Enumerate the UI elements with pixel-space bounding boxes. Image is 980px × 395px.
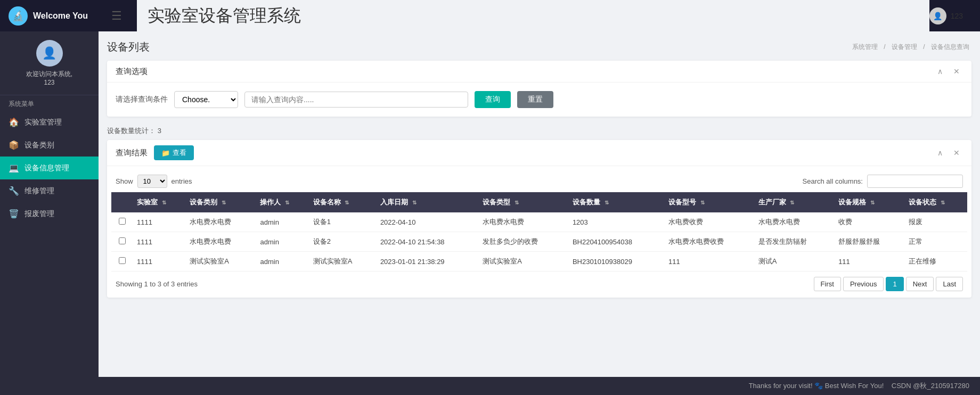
query-button[interactable]: 查询	[475, 91, 511, 108]
search-all-input[interactable]	[867, 175, 963, 188]
results-header-left: 查询结果 📁 查看	[116, 145, 194, 160]
col-checkbox	[111, 192, 133, 212]
results-card-title: 查询结果	[116, 148, 148, 158]
sidebar-item-lab-mgmt[interactable]: 🏠 实验室管理	[0, 111, 99, 134]
wrench-icon: 🔧	[9, 186, 19, 196]
sidebar-menu-label: 系统菜单	[0, 95, 99, 111]
row-manufacturer: 是否发生防辐射	[754, 232, 834, 252]
row-operator: admin	[256, 212, 308, 232]
row-manufacturer: 测试A	[754, 252, 834, 271]
row-category: 水电费水电费	[185, 212, 256, 232]
row-type: 测试实验室A	[478, 252, 568, 271]
table-header-row: 实验室 ⇅ 设备类别 ⇅ 操作人 ⇅ 设备名称 ⇅ 入库日期 ⇅ 设备类型 ⇅ …	[111, 192, 967, 212]
sidebar-item-maintenance[interactable]: 🔧 维修管理	[0, 179, 99, 202]
footer-text: Thanks for your visit! 🐾 Best Wish For Y…	[749, 382, 884, 390]
results-card-body: Show 10 25 50 100 entries Search all col…	[107, 166, 971, 298]
footer-credit: CSDN @秋_2105917280	[892, 382, 969, 390]
col-name[interactable]: 设备名称 ⇅	[309, 192, 376, 212]
breadcrumb: 系统管理 / 设备管理 / 设备信息查询	[850, 43, 971, 52]
row-type: 水电费水电费	[478, 212, 568, 232]
results-card-collapse-btn[interactable]: ∧	[934, 147, 946, 158]
row-name: 设备2	[309, 232, 376, 252]
results-card-close-btn[interactable]: ✕	[950, 147, 963, 158]
col-status[interactable]: 设备状态 ⇅	[904, 192, 967, 212]
last-button[interactable]: Last	[936, 277, 963, 291]
row-date: 2022-04-10 21:54:38	[376, 232, 478, 252]
row-checkbox[interactable]	[111, 232, 133, 252]
row-date: 2023-01-01 21:38:29	[376, 252, 478, 271]
data-table: 实验室 ⇅ 设备类别 ⇅ 操作人 ⇅ 设备名称 ⇅ 入库日期 ⇅ 设备类型 ⇅ …	[111, 192, 967, 271]
col-date[interactable]: 入库日期 ⇅	[376, 192, 478, 212]
first-button[interactable]: First	[814, 277, 841, 291]
previous-button[interactable]: Previous	[843, 277, 884, 291]
trash-icon: 🗑️	[9, 209, 19, 219]
row-name: 设备1	[309, 212, 376, 232]
query-form: 请选择查询条件 Choose. 实验室 设备类别 操作人 设备名称 设备类型 查…	[116, 91, 963, 108]
sidebar-item-device-info[interactable]: 💻 设备信息管理	[0, 157, 99, 179]
row-model: 水电费水电费收费	[664, 232, 754, 252]
query-condition-select[interactable]: Choose. 实验室 设备类别 操作人 设备名称 设备类型	[174, 91, 238, 108]
col-manufacturer[interactable]: 生产厂家 ⇅	[754, 192, 834, 212]
entries-select[interactable]: 10 25 50 100	[137, 175, 167, 188]
row-status: 正在维修	[904, 252, 967, 271]
row-model: 水电费收费	[664, 212, 754, 232]
col-count[interactable]: 设备数量 ⇅	[568, 192, 664, 212]
row-checkbox[interactable]	[111, 212, 133, 232]
row-category: 水电费水电费	[185, 232, 256, 252]
page-title: 设备列表	[107, 40, 150, 54]
col-spec[interactable]: 设备规格 ⇅	[834, 192, 904, 212]
pagination-info: Showing 1 to 3 of 3 entries	[116, 280, 198, 288]
sidebar-item-label-info: 设备信息管理	[24, 163, 69, 173]
row-spec: 收费	[834, 212, 904, 232]
sidebar-user-greeting: 欢迎访问本系统, 123	[26, 70, 72, 86]
page-header: 设备列表 系统管理 / 设备管理 / 设备信息查询	[107, 40, 971, 54]
row-checkbox[interactable]	[111, 252, 133, 271]
show-label: Show	[116, 177, 133, 185]
page-1-button[interactable]: 1	[886, 277, 903, 291]
laptop-icon: 💻	[9, 163, 19, 173]
row-type: 发肚多负少的收费	[478, 232, 568, 252]
main-layout: 👤 欢迎访问本系统, 123 系统菜单 🏠 实验室管理 📦 设备类别 💻 设备信…	[0, 31, 980, 377]
col-operator[interactable]: 操作人 ⇅	[256, 192, 308, 212]
col-lab[interactable]: 实验室 ⇅	[133, 192, 185, 212]
row-category: 测试实验室A	[185, 252, 256, 271]
sidebar: 👤 欢迎访问本系统, 123 系统菜单 🏠 实验室管理 📦 设备类别 💻 设备信…	[0, 31, 99, 377]
results-card-controls: ∧ ✕	[934, 147, 963, 158]
row-spec: 111	[834, 252, 904, 271]
col-category[interactable]: 设备类别 ⇅	[185, 192, 256, 212]
logo-area: 🔬 Welcome You	[9, 6, 107, 26]
sidebar-item-label-maint: 维修管理	[24, 186, 54, 196]
view-button[interactable]: 📁 查看	[154, 145, 194, 160]
row-manufacturer: 水电费水电费	[754, 212, 834, 232]
col-type[interactable]: 设备类型 ⇅	[478, 192, 568, 212]
sidebar-item-device-type[interactable]: 📦 设备类别	[0, 134, 99, 157]
row-spec: 舒服舒服舒服	[834, 232, 904, 252]
query-card-close-btn[interactable]: ✕	[950, 66, 963, 77]
user-avatar-top: 👤	[929, 7, 946, 24]
row-model: 111	[664, 252, 754, 271]
stats-label: 设备数量统计：	[107, 127, 156, 135]
package-icon: 📦	[9, 140, 19, 150]
search-all-label: Search all columns:	[803, 177, 863, 185]
table-row: 1111 测试实验室A admin 测试实验室A 2023-01-01 21:3…	[111, 252, 967, 271]
query-card-header: 查询选项 ∧ ✕	[107, 61, 971, 83]
sidebar-item-scrap[interactable]: 🗑️ 报废管理	[0, 202, 99, 225]
row-status: 报废	[904, 212, 967, 232]
sidebar-avatar: 👤	[36, 40, 63, 67]
row-lab: 1111	[133, 232, 185, 252]
row-lab: 1111	[133, 212, 185, 232]
query-label: 请选择查询条件	[116, 95, 168, 104]
next-button[interactable]: Next	[906, 277, 934, 291]
sidebar-item-label-type: 设备类别	[24, 141, 54, 150]
col-model[interactable]: 设备型号 ⇅	[664, 192, 754, 212]
content-area: 设备列表 系统管理 / 设备管理 / 设备信息查询 查询选项 ∧ ✕ 请选择查询…	[99, 31, 980, 377]
row-lab: 1111	[133, 252, 185, 271]
query-card-collapse-btn[interactable]: ∧	[934, 66, 946, 77]
reset-button[interactable]: 重置	[517, 91, 553, 108]
top-right-area: 👤 123	[929, 7, 971, 24]
results-card: 查询结果 📁 查看 ∧ ✕ Show 10	[107, 140, 971, 298]
hamburger-icon[interactable]: ☰	[107, 7, 126, 25]
home-icon: 🏠	[9, 117, 19, 127]
entries-label: entries	[172, 177, 192, 185]
query-input[interactable]	[244, 92, 468, 108]
